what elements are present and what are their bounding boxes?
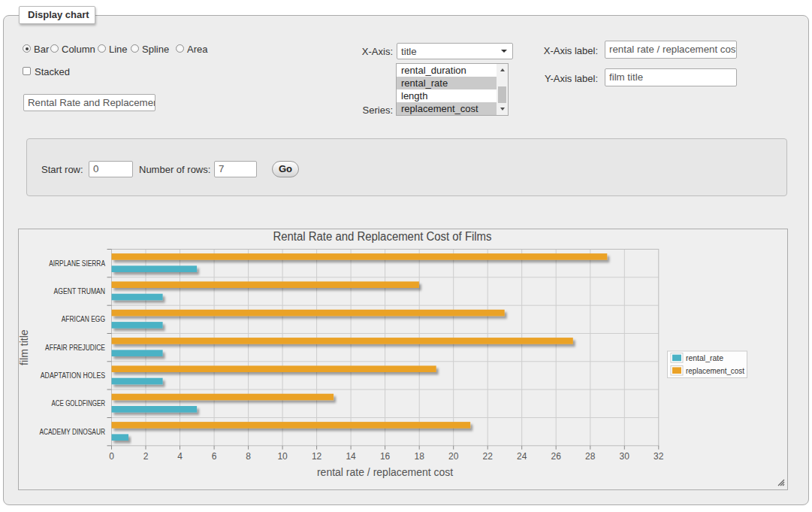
svg-text:18: 18 <box>415 451 425 462</box>
svg-text:rental rate / replacement cost: rental rate / replacement cost <box>317 466 453 478</box>
svg-text:ACADEMY DINOSAUR: ACADEMY DINOSAUR <box>39 428 105 436</box>
svg-text:20: 20 <box>448 451 459 462</box>
svg-text:28: 28 <box>585 451 596 462</box>
svg-text:2: 2 <box>143 451 149 462</box>
svg-text:replacement_cost: replacement_cost <box>686 367 744 375</box>
svg-text:30: 30 <box>620 451 630 462</box>
svg-text:AFFAIR PREJUDICE: AFFAIR PREJUDICE <box>45 344 105 352</box>
svg-text:Rental Rate and Replacement Co: Rental Rate and Replacement Cost of Film… <box>273 230 492 243</box>
svg-text:26: 26 <box>551 451 562 462</box>
svg-text:6: 6 <box>212 451 217 462</box>
svg-text:32: 32 <box>654 451 664 462</box>
svg-text:rental_rate: rental_rate <box>686 354 723 362</box>
svg-text:8: 8 <box>246 451 251 462</box>
svg-text:AGENT TRUMAN: AGENT TRUMAN <box>54 287 106 295</box>
svg-text:10: 10 <box>277 451 288 462</box>
svg-text:16: 16 <box>380 451 391 462</box>
svg-text:12: 12 <box>312 451 322 462</box>
svg-text:22: 22 <box>483 451 494 462</box>
svg-text:0: 0 <box>109 451 114 462</box>
svg-text:ADAPTATION HOLES: ADAPTATION HOLES <box>41 371 105 380</box>
svg-text:ACE GOLDFINGER: ACE GOLDFINGER <box>52 399 106 407</box>
svg-text:AIRPLANE SIERRA: AIRPLANE SIERRA <box>49 259 105 268</box>
svg-text:AFRICAN EGG: AFRICAN EGG <box>62 315 105 323</box>
svg-text:4: 4 <box>177 451 183 462</box>
svg-text:24: 24 <box>517 451 527 462</box>
svg-text:14: 14 <box>346 451 356 462</box>
svg-text:film title: film title <box>19 329 30 365</box>
